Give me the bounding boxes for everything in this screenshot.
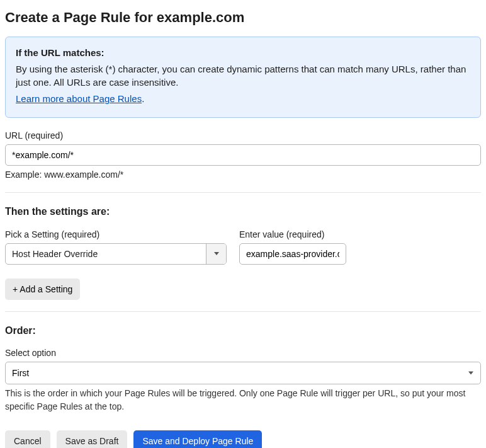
order-description: This is the order in which your Page Rul…	[5, 387, 481, 413]
settings-heading: Then the settings are:	[5, 204, 481, 219]
add-setting-button[interactable]: + Add a Setting	[5, 279, 80, 300]
picker-label: Pick a Setting (required)	[5, 228, 227, 241]
settings-row: Pick a Setting (required) Host Header Ov…	[5, 228, 481, 265]
value-input[interactable]	[239, 243, 346, 265]
page-title: Create a Page Rule for example.com	[5, 8, 481, 28]
save-draft-button[interactable]: Save as Draft	[57, 430, 128, 448]
setting-select[interactable]: Host Header Override	[5, 243, 227, 265]
info-link-line: Learn more about Page Rules.	[16, 92, 470, 106]
info-period: .	[142, 93, 144, 104]
save-deploy-button[interactable]: Save and Deploy Page Rule	[133, 430, 262, 448]
info-body: By using the asterisk (*) character, you…	[16, 62, 470, 90]
cancel-button[interactable]: Cancel	[5, 430, 50, 448]
order-heading: Order:	[5, 323, 481, 338]
info-box: If the URL matches: By using the asteris…	[5, 37, 481, 118]
chevron-down-icon	[214, 252, 219, 255]
url-example: Example: www.example.com/*	[5, 168, 481, 181]
setting-select-toggle[interactable]	[206, 244, 226, 264]
learn-more-link[interactable]: Learn more about Page Rules	[16, 93, 142, 104]
divider	[5, 192, 481, 193]
setting-select-value: Host Header Override	[6, 244, 206, 264]
info-heading: If the URL matches:	[16, 46, 470, 60]
url-input[interactable]	[5, 144, 481, 166]
divider	[5, 311, 481, 312]
order-select[interactable]: First	[5, 362, 481, 384]
order-label: Select option	[5, 347, 481, 359]
url-label: URL (required)	[5, 129, 481, 142]
action-buttons: Cancel Save as Draft Save and Deploy Pag…	[5, 430, 481, 448]
value-label: Enter value (required)	[239, 228, 346, 241]
